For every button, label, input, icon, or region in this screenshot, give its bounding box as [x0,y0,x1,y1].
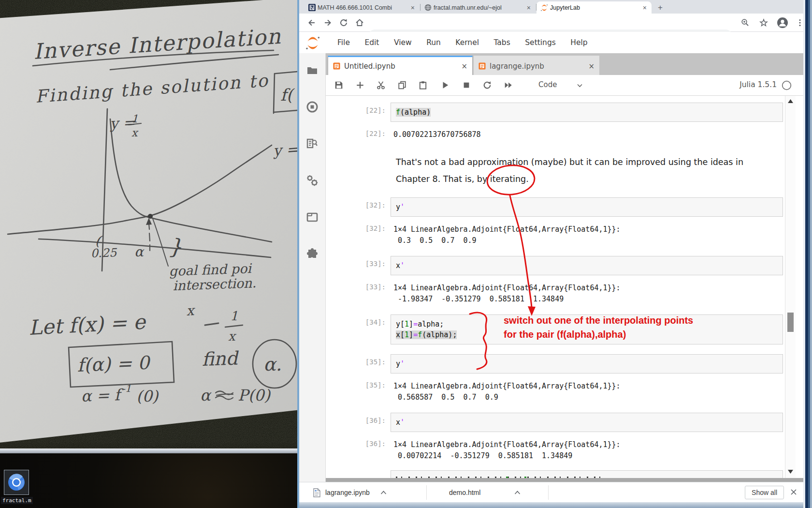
tab-title: JupyterLab [550,4,640,11]
copy-icon[interactable] [398,81,406,90]
download-filename: lagrange.ipynb [325,489,370,496]
cell-input[interactable]: y' [391,197,783,217]
chromium-desktop-icon[interactable] [4,470,29,495]
output-execution-count: [36]: [328,439,391,462]
markdown-text: That's not a bad approximation (maybe) b… [391,154,743,188]
doc-tab-lagrange[interactable]: lagrange.ipynb × [474,56,599,75]
stop-icon[interactable] [462,81,471,90]
cell-input[interactable]: x' [391,413,783,432]
kernel-name[interactable]: Julia 1.5.1 [740,80,777,89]
close-icon[interactable] [790,488,798,496]
markdown-cell-row[interactable]: That's not a bad approximation (maybe) b… [328,154,783,188]
show-all-downloads-button[interactable]: Show all [745,486,784,499]
whiteboard-photo: Inverse Interpolation Finding the soluti… [0,0,297,448]
extension-icon[interactable] [306,248,319,260]
new-tab-button[interactable]: + [655,3,665,13]
close-icon[interactable]: × [526,4,532,11]
output-execution-count: [32]: [328,224,391,246]
browser-toolbar: localhost:8888/lab [299,14,805,32]
wb-approx-tail: P(0) [238,386,271,404]
download-item-demo[interactable]: demo.html [449,482,521,503]
doc-tab-label: Untitled.ipynb [344,62,457,71]
jupyterlab-activity-bar [299,53,326,482]
scroll-down-icon[interactable] [787,469,794,474]
scroll-up-icon[interactable] [787,99,794,104]
folder-icon[interactable] [306,65,318,76]
reload-icon[interactable] [339,18,348,28]
paste-icon[interactable] [419,81,427,90]
output-execution-count: [33]: [328,283,391,305]
wb-find: find [202,347,240,370]
cell-execution-count: [36]: [328,413,391,432]
forward-icon[interactable] [323,18,333,28]
background-window-edge [0,448,297,453]
browser-tab-fractal[interactable]: fractal.math.unr.edu/~ejol × [420,1,536,14]
clipped-cell-input[interactable] [391,470,783,478]
add-icon[interactable] [356,81,364,90]
close-icon[interactable]: × [588,62,594,71]
back-icon[interactable] [307,18,317,28]
output-cell-row: [32]:1×4 LinearAlgebra.Adjoint{Float64,A… [328,224,783,246]
code-cell-row: [32]:y' [328,197,783,217]
scrollbar-thumb[interactable] [787,313,794,332]
close-icon[interactable]: × [410,4,416,11]
menu-run[interactable]: Run [420,32,447,53]
menu-file[interactable]: File [331,32,356,53]
cell-input[interactable]: y[1]=alpha;x[1]=f(alpha); [391,314,783,344]
home-icon[interactable] [355,18,364,28]
menu-tabs[interactable]: Tabs [487,32,516,53]
code-line: x' [396,260,778,271]
chevron-up-icon[interactable] [380,491,387,494]
cell-execution-count: [35]: [328,354,391,374]
downloads-separator [548,485,549,500]
notebook-toolbar: Code Julia 1.5.1 [326,75,803,96]
run-all-icon[interactable] [504,81,513,90]
close-icon[interactable]: × [461,62,467,71]
download-item-lagrange[interactable]: lagrange.ipynb [313,482,387,503]
code-cell-row: [36]:x' [328,413,783,432]
menu-edit[interactable]: Edit [358,32,385,53]
menu-settings[interactable]: Settings [519,32,562,53]
wb-inverse-tail: (0) [136,387,159,405]
zoom-icon[interactable] [740,18,750,28]
open-tabs-icon[interactable] [306,211,319,224]
cell-input[interactable]: x' [391,256,783,275]
downloads-separator [426,485,427,500]
star-icon[interactable] [759,18,768,28]
browser-tab-math[interactable]: MATH 466.666.1001 Combi × [304,1,420,14]
dock-panel-bottom-border [326,478,803,482]
run-icon[interactable] [441,81,450,90]
desktop-area: fractal.m [0,453,297,508]
running-icon[interactable] [306,101,319,113]
chevron-up-icon[interactable] [514,491,521,494]
restart-icon[interactable] [483,81,492,90]
chromium-logo-icon [7,473,26,492]
menu-help[interactable]: Help [564,32,594,53]
save-icon[interactable] [334,81,343,90]
output-cell-row: [35]:1×4 LinearAlgebra.Adjoint{Float64,A… [328,381,783,403]
menu-kernel[interactable]: Kernel [449,32,485,53]
command-palette-icon[interactable] [306,137,319,150]
notebook-scrollbar[interactable] [785,96,796,478]
cell-input[interactable]: f(alpha) [391,103,783,122]
cell-type-dropdown[interactable]: Code [538,80,557,89]
menu-view[interactable]: View [388,32,418,53]
cell-output: 0.007022137670756878 [391,129,481,140]
cell-input[interactable]: y' [391,354,783,374]
kernel-circle-icon[interactable] [782,80,792,90]
cut-icon[interactable] [377,81,385,90]
cell-execution-count: [32]: [328,197,391,217]
doc-tab-untitled[interactable]: Untitled.ipynb × [328,56,473,75]
cell-output: 1×4 LinearAlgebra.Adjoint{Float64,Array{… [391,224,621,246]
output-cell-row: [22]:0.007022137670756878 [328,129,783,140]
avatar-icon[interactable] [777,17,788,29]
cell-output: 1×4 LinearAlgebra.Adjoint{Float64,Array{… [391,381,621,403]
browser-tab-jupyterlab[interactable]: JupyterLab × [536,1,652,14]
close-icon[interactable]: × [642,4,648,11]
chevron-down-icon[interactable] [577,84,582,88]
doc-tab-label: lagrange.ipynb [490,62,584,71]
wb-boxed-eq: f(α) = 0 [77,352,151,376]
wb-alpha-tick: α [134,244,145,260]
jupyterlab-app: File Edit View Run Kernel Tabs Settings … [299,32,803,482]
property-inspector-icon[interactable] [306,174,319,187]
